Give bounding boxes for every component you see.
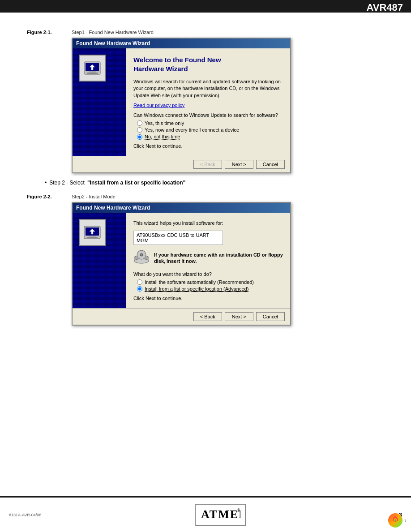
wizard2-device-name: AT90USBxxx CDC USB to UART MGM — [133, 231, 223, 245]
footer-logo: ATMEL ® — [195, 504, 246, 526]
wizard2-radio-auto-input[interactable] — [137, 279, 142, 285]
wizard2-radio-list-input[interactable] — [137, 286, 142, 292]
atmel-logo-text: ATMEL ® — [200, 506, 240, 523]
atmel-logo-svg: ATMEL ® — [200, 506, 240, 521]
wizard1-body: Welcome to the Found NewHardware Wizard … — [73, 48, 290, 156]
cd-disc-icon — [133, 249, 150, 266]
figure2-label-row: Figure 2-2. Step2 - Install Mode — [27, 194, 384, 199]
wizard2-body: This wizard helps you install software f… — [73, 213, 290, 308]
wizard1-back-button[interactable]: < Back — [193, 160, 222, 169]
step2-bullet: • — [45, 180, 47, 186]
wizard1-radio-group: Yes, this time only Yes, now and every t… — [137, 120, 283, 140]
wizard2-next-button[interactable]: Next > — [225, 312, 253, 321]
wizard1-privacy-link[interactable]: Read our privacy policy — [133, 103, 283, 108]
wizard1-intro-text: Windows will search for current and upda… — [133, 78, 283, 99]
wizard1-footer: < Back Next > Cancel — [73, 156, 290, 172]
wizard1-heading: Welcome to the Found NewHardware Wizard — [133, 56, 283, 73]
wizard1-radio-no-input[interactable] — [137, 134, 142, 140]
wizard1-left-panel — [73, 48, 126, 156]
wizard1-radio-yes-always-label: Yes, now and every time I connect a devi… — [145, 127, 239, 133]
wizard1-radio-yes-always-input[interactable] — [137, 127, 142, 133]
wizard2-install-intro: This wizard helps you install software f… — [133, 220, 283, 227]
wizard1-titlebar-text: Found New Hardware Wizard — [76, 40, 150, 47]
wizard2-radio-group: Install the software automatically (Reco… — [137, 279, 283, 292]
wizard2-titlebar: Found New Hardware Wizard — [73, 203, 290, 213]
wizard2-cancel-button[interactable]: Cancel — [256, 312, 285, 321]
wizard2-titlebar-text: Found New Hardware Wizard — [76, 205, 150, 211]
top-bar: AVR487 — [0, 0, 411, 13]
wizard1-radio-yes-once[interactable]: Yes, this time only — [137, 120, 283, 126]
wizard2-right-panel: This wizard helps you install software f… — [126, 213, 290, 308]
page-footer: 8131A-AVR-04/08 ATMEL ® 3 — [0, 496, 411, 532]
svg-text:®: ® — [237, 508, 240, 513]
wizard1-radio-yes-once-label: Yes, this time only — [145, 120, 184, 126]
wizard2-radio-auto[interactable]: Install the software automatically (Reco… — [137, 279, 283, 285]
wizard2-back-button[interactable]: < Back — [193, 312, 222, 321]
wizard1-question: Can Windows connect to Windows Update to… — [133, 112, 283, 118]
step2-prefix: Step 2 - Select — [49, 180, 85, 186]
svg-point-12 — [140, 253, 143, 256]
page-title: AVR487 — [366, 2, 403, 13]
wizard1-continue-text: Click Next to continue. — [133, 143, 283, 149]
wizard-dialog-2: Found New Hardware Wizard This wi — [72, 202, 291, 325]
colorful-icon — [390, 515, 401, 526]
corner-nav-icon[interactable] — [388, 513, 402, 528]
wizard1-radio-no[interactable]: No, not this time — [137, 134, 283, 140]
figure1-label-row: Figure 2-1. Step1 - Found New Hardware W… — [27, 30, 384, 35]
wizard-dialog-1: Found New Hardware Wizard — [72, 38, 291, 173]
hardware-wizard-icon — [82, 58, 102, 78]
footer-left: 8131A-AVR-04/08 — [9, 513, 41, 517]
step2-quote: "Install from a list or specific locatio… — [87, 180, 185, 186]
wizard2-icon-box — [79, 219, 106, 246]
wizard2-radio-list-label: Install from a list or specific location… — [145, 286, 248, 292]
wizard2-left-panel — [73, 213, 126, 308]
figure1-label: Figure 2-1. — [27, 30, 72, 35]
wizard1-cancel-button[interactable]: Cancel — [256, 160, 285, 169]
step2-note: • Step 2 - Select "Install from a list o… — [45, 180, 384, 186]
wizard1-radio-yes-always[interactable]: Yes, now and every time I connect a devi… — [137, 127, 283, 133]
cd-icon — [133, 249, 150, 267]
main-content: Figure 2-1. Step1 - Found New Hardware W… — [0, 13, 411, 339]
wizard1-radio-yes-once-input[interactable] — [137, 120, 142, 126]
figure1-caption: Step1 - Found New Hardware Wizard — [72, 30, 154, 35]
wizard1-icon-box — [79, 55, 106, 82]
wizard2-cd-row: If your hardware came with an installati… — [133, 249, 283, 267]
footer-doc-id: 8131A-AVR-04/08 — [9, 513, 41, 517]
hardware-wizard-icon-2 — [82, 223, 102, 242]
figure2-caption: Step2 - Install Mode — [72, 194, 116, 199]
wizard2-footer: < Back Next > Cancel — [73, 308, 290, 325]
svg-rect-7 — [87, 237, 98, 238]
corner-arrow-icon[interactable]: › — [404, 516, 407, 524]
atmel-logo-box: ATMEL ® — [195, 504, 246, 526]
svg-rect-6 — [89, 236, 96, 237]
wizard1-right-panel: Welcome to the Found NewHardware Wizard … — [126, 48, 290, 156]
wizard1-radio-no-label: No, not this time — [145, 134, 180, 140]
wizard1-next-button[interactable]: Next > — [225, 160, 253, 169]
wizard2-cd-text: If your hardware came with an installati… — [154, 252, 283, 265]
figure2-label: Figure 2-2. — [27, 194, 72, 199]
corner-nav[interactable]: › — [388, 513, 407, 528]
wizard2-continue-text: Click Next to continue. — [133, 296, 283, 301]
svg-rect-3 — [87, 73, 98, 74]
svg-text:ATMEL: ATMEL — [201, 508, 240, 521]
wizard2-radio-auto-label: Install the software automatically (Reco… — [145, 279, 254, 285]
svg-rect-2 — [89, 71, 96, 73]
wizard2-question: What do you want the wizard to do? — [133, 271, 283, 277]
wizard2-radio-list[interactable]: Install from a list or specific location… — [137, 286, 283, 292]
wizard1-titlebar: Found New Hardware Wizard — [73, 39, 290, 48]
